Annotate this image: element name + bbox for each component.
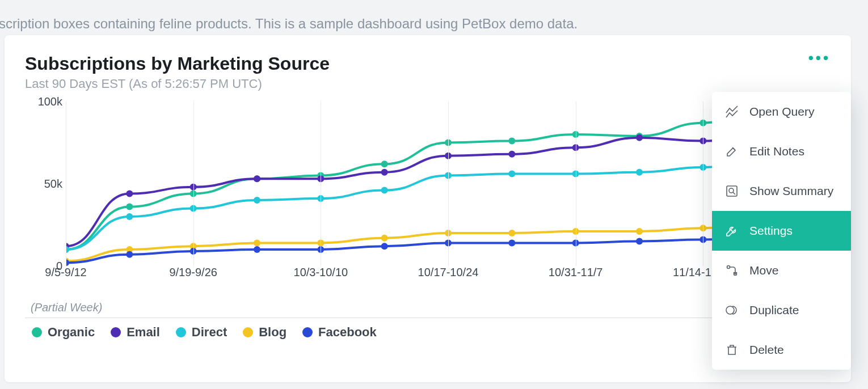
svg-point-1 [729,188,734,193]
menu-item-label: Duplicate [749,303,799,317]
menu-item-move[interactable]: Move [712,251,851,290]
menu-item-show-summary[interactable]: Show Summary [712,171,851,211]
legend-label: Blog [259,325,286,340]
card-title: Subscriptions by Marketing Source [25,53,831,74]
series-point [126,204,133,210]
series-point [126,251,133,258]
svg-point-3 [727,266,730,269]
move-icon [724,263,739,278]
series-point [254,197,260,204]
search-icon [724,184,739,198]
legend-label: Facebook [318,325,377,340]
series-point [254,246,260,253]
menu-item-open-query[interactable]: Open Query [712,92,851,132]
series-point [508,239,515,246]
legend-swatch [32,327,42,337]
menu-item-label: Show Summary [749,184,833,198]
legend-separator [25,318,831,318]
series-point [508,151,515,158]
series-point [636,134,643,141]
x-gridline [193,102,194,266]
menu-item-label: Open Query [749,105,814,119]
line-chart-icon [724,104,739,119]
svg-point-5 [726,306,734,314]
legend-swatch [243,327,253,337]
menu-item-label: Delete [749,343,784,357]
menu-item-edit-notes[interactable]: Edit Notes [712,132,851,171]
menu-item-settings[interactable]: Settings [712,211,851,251]
menu-item-label: Move [749,264,778,277]
series-point [126,213,133,220]
menu-item-delete[interactable]: Delete [712,330,851,370]
legend-item-email[interactable]: Email [111,325,160,340]
x-tick-label: 10/31-11/7 [549,266,603,279]
legend-swatch [111,327,121,337]
x-gridline [576,102,576,266]
series-point [381,160,388,167]
duplicate-icon [724,303,739,318]
legend-item-organic[interactable]: Organic [32,325,95,340]
series-point [508,230,515,236]
x-tick-label: 9/5-9/12 [45,266,86,279]
x-tick-label: 10/17-10/24 [418,266,479,279]
chart-legend: OrganicEmailDirectBlogFacebook [32,325,831,340]
series-point [254,239,260,246]
series-point [254,175,260,182]
card-context-menu: Open Query Edit Notes Show Summary Setti… [712,92,851,370]
partial-week-note: (Partial Week) [31,301,831,314]
series-point [508,138,515,145]
svg-rect-0 [727,186,737,196]
trash-icon [724,343,739,357]
card-subtitle: Last 90 Days EST (As of 5:26:57 PM UTC) [25,77,831,91]
wrench-icon [724,223,739,238]
chart-area: 050k100k 9/5-9/129/19-9/2610/3-10/1010/1… [25,102,831,300]
x-gridline [448,102,449,266]
series-point [636,238,643,245]
series-point [636,228,643,235]
series-point [636,169,643,176]
y-tick-label: 100k [38,95,62,108]
edit-icon [724,144,739,159]
legend-label: Direct [192,325,227,340]
y-tick-label: 50k [44,177,62,191]
series-point [126,190,133,197]
legend-item-blog[interactable]: Blog [243,325,286,340]
x-tick-label: 10/3-10/10 [294,266,348,279]
legend-swatch [302,327,313,337]
series-point [381,235,388,242]
menu-item-label: Settings [749,224,793,238]
svg-line-2 [733,192,735,195]
legend-label: Email [127,325,160,340]
menu-item-duplicate[interactable]: Duplicate [712,290,851,330]
legend-item-direct[interactable]: Direct [176,325,227,340]
page-description: scription boxes containing feline produc… [0,0,868,37]
series-point [381,169,388,176]
menu-item-label: Edit Notes [749,145,804,158]
legend-swatch [176,327,186,337]
x-gridline [703,102,703,266]
x-tick-label: 9/19-9/26 [169,266,217,279]
legend-item-facebook[interactable]: Facebook [302,325,377,340]
series-point [381,187,388,194]
x-gridline [66,102,66,266]
x-gridline [321,102,321,266]
series-point [381,243,388,250]
more-dots-icon: ••• [808,49,831,66]
series-point [508,171,515,177]
legend-label: Organic [48,325,95,340]
